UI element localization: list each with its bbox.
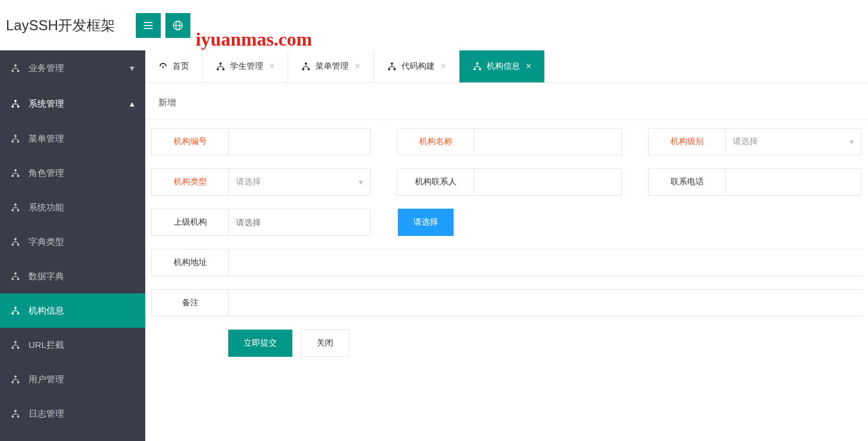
svg-point-24 — [14, 272, 17, 274]
sitemap-icon — [11, 306, 21, 315]
sidebar-item-system[interactable]: 系统管理 ▴ — [0, 86, 145, 122]
sidebar-item-label: 字典类型 — [28, 237, 64, 248]
svg-point-38 — [17, 416, 20, 418]
close-icon[interactable]: × — [441, 61, 446, 72]
sidebar-item-user-mgmt[interactable]: 用户管理 — [0, 362, 145, 397]
org-form: 机构编号 机构名称 机构级别 请选择 ▾ — [145, 120, 868, 357]
sitemap-icon — [11, 134, 21, 143]
watermark-text: iyuanmas.com — [196, 28, 312, 50]
svg-point-17 — [17, 175, 20, 177]
sidebar-item-data-dict[interactable]: 数据字典 — [0, 259, 145, 293]
tab-label: 首页 — [173, 61, 189, 72]
close-icon[interactable]: × — [526, 61, 531, 72]
input-org-code[interactable] — [228, 128, 371, 155]
sitemap-icon — [11, 237, 21, 247]
input-contact-phone[interactable] — [725, 168, 861, 196]
svg-point-19 — [11, 209, 14, 212]
svg-point-36 — [14, 410, 17, 412]
sidebar-item-sys-func[interactable]: 系统功能 — [0, 190, 145, 225]
svg-point-51 — [479, 68, 481, 71]
svg-point-27 — [14, 306, 17, 309]
sidebar-item-label: 系统功能 — [28, 202, 64, 213]
page-title: 新增 — [145, 83, 868, 120]
close-icon[interactable]: × — [269, 61, 275, 72]
tab-codegen[interactable]: 代码构建 × — [374, 50, 459, 82]
field-contact-phone: 联系电话 — [648, 168, 861, 196]
sidebar-item-business[interactable]: 业务管理 ▾ — [0, 50, 145, 86]
svg-point-23 — [17, 244, 20, 246]
tab-home[interactable]: 首页 — [145, 50, 203, 82]
tab-bar: 首页 学生管理 × 菜单管理 × 代码构建 × — [145, 50, 868, 83]
tab-label: 机构信息 — [487, 61, 520, 72]
svg-point-21 — [14, 238, 17, 240]
sitemap-icon — [11, 168, 21, 178]
select-parent-button[interactable]: 请选择 — [398, 209, 454, 236]
svg-point-40 — [219, 62, 222, 65]
sidebar-submenu-system: 菜单管理 角色管理 系统功能 字典类型 数据字典 机构信息 URL拦截 用户管理… — [0, 122, 145, 431]
globe-button[interactable] — [165, 13, 190, 38]
svg-point-20 — [17, 209, 20, 212]
svg-point-30 — [14, 341, 17, 343]
label-org-name: 机构名称 — [397, 128, 474, 155]
field-parent-org: 上级机构 — [151, 209, 371, 236]
svg-point-25 — [11, 278, 14, 280]
select-org-level[interactable]: 请选择 ▾ — [725, 128, 861, 155]
sitemap-icon — [11, 99, 21, 108]
sidebar: 业务管理 ▾ 系统管理 ▴ 菜单管理 角色管理 系统功能 字典类型 数据字典 机… — [0, 50, 145, 441]
svg-point-14 — [17, 140, 20, 143]
sitemap-icon — [387, 62, 397, 71]
chevron-down-icon: ▾ — [359, 177, 363, 187]
sidebar-item-org-info[interactable]: 机构信息 — [0, 293, 145, 328]
svg-point-29 — [17, 312, 20, 315]
menu-toggle-button[interactable] — [136, 13, 161, 38]
close-button[interactable]: 关闭 — [301, 330, 349, 357]
svg-point-50 — [473, 68, 476, 71]
field-org-code: 机构编号 — [151, 128, 371, 155]
sidebar-group-business: 业务管理 ▾ — [0, 50, 145, 86]
close-icon[interactable]: × — [355, 61, 360, 72]
svg-point-16 — [11, 175, 14, 177]
tab-student[interactable]: 学生管理 × — [203, 50, 288, 82]
sidebar-item-label: 数据字典 — [28, 271, 64, 282]
sidebar-item-label: 用户管理 — [28, 374, 64, 385]
sidebar-item-menu-mgmt[interactable]: 菜单管理 — [0, 122, 145, 156]
label-org-level: 机构级别 — [648, 128, 725, 155]
svg-point-32 — [17, 347, 20, 349]
svg-point-26 — [17, 278, 20, 280]
svg-point-48 — [393, 68, 395, 71]
sitemap-icon — [11, 375, 21, 384]
tab-menu[interactable]: 菜单管理 × — [288, 50, 374, 82]
sidebar-item-label: 菜单管理 — [28, 133, 64, 145]
svg-point-31 — [11, 347, 14, 349]
input-org-name[interactable] — [474, 128, 622, 155]
sidebar-item-log-mgmt[interactable]: 日志管理 — [0, 397, 145, 431]
globe-icon — [172, 20, 184, 31]
sidebar-item-role-mgmt[interactable]: 角色管理 — [0, 156, 145, 190]
sidebar-item-dict-type[interactable]: 字典类型 — [0, 225, 145, 259]
select-org-type[interactable]: 请选择 ▾ — [228, 168, 371, 196]
sitemap-icon — [11, 409, 21, 418]
input-org-contact[interactable] — [474, 168, 622, 196]
form-actions: 立即提交 关闭 — [151, 330, 862, 357]
sitemap-icon — [216, 62, 225, 71]
sidebar-item-label: 业务管理 — [28, 63, 64, 74]
sidebar-item-label: URL拦截 — [28, 340, 64, 351]
sidebar-item-url-block[interactable]: URL拦截 — [0, 328, 145, 362]
tab-label: 学生管理 — [230, 61, 263, 72]
input-org-address[interactable] — [228, 249, 862, 276]
input-parent-org[interactable] — [228, 209, 371, 236]
svg-point-42 — [222, 68, 225, 71]
field-org-level: 机构级别 请选择 ▾ — [648, 128, 861, 155]
field-org-address: 机构地址 — [151, 249, 862, 276]
tab-org-info[interactable]: 机构信息 × — [459, 50, 545, 82]
select-value: 请选择 — [236, 177, 261, 187]
sitemap-icon — [11, 63, 21, 73]
sidebar-item-label: 机构信息 — [28, 305, 64, 317]
svg-point-11 — [17, 106, 20, 108]
submit-button[interactable]: 立即提交 — [228, 330, 292, 357]
chevron-up-icon: ▴ — [130, 98, 135, 109]
label-org-contact: 机构联系人 — [397, 168, 474, 196]
input-remark[interactable] — [228, 289, 862, 317]
sitemap-icon — [301, 62, 311, 71]
menu-icon — [142, 20, 154, 31]
